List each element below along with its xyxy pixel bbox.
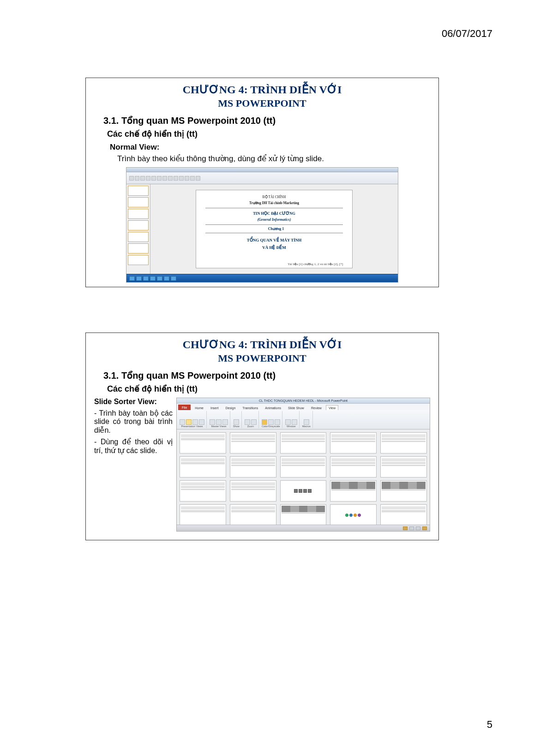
ruler-checkbox[interactable]: [234, 419, 239, 425]
sorter-thumb[interactable]: [280, 456, 327, 478]
taskbar-item[interactable]: [171, 276, 176, 281]
group-label: Window: [287, 425, 296, 428]
taskbar-item[interactable]: [143, 276, 149, 281]
slide1-title-line2: MS POWERPOINT: [86, 97, 438, 109]
color-button[interactable]: [262, 419, 267, 425]
inner-big2: VÀ HỆ ĐẾM: [262, 245, 286, 250]
windows-taskbar[interactable]: [126, 274, 398, 282]
thumbnail[interactable]: [128, 209, 149, 219]
sorter-thumb[interactable]: [280, 432, 327, 454]
tab-home[interactable]: Home: [192, 405, 206, 410]
tab-file[interactable]: File: [178, 405, 191, 410]
ribbon-tabs[interactable]: File Home Insert Design Transitions Anim…: [177, 404, 430, 410]
group-label: Color/Grayscale: [262, 425, 280, 428]
ribbon-button[interactable]: [190, 176, 195, 181]
notes-page-button[interactable]: [192, 419, 198, 425]
group-label: Macros: [302, 425, 311, 428]
shot1-titlebar: [126, 168, 398, 172]
macros-button[interactable]: [304, 419, 309, 425]
slide-sorter-grid[interactable]: [177, 429, 430, 525]
taskbar-item[interactable]: [164, 276, 169, 281]
sorter-thumb[interactable]: [230, 456, 276, 478]
bw-button[interactable]: [275, 419, 280, 425]
fit-to-window-button[interactable]: [251, 419, 257, 425]
view-normal-icon[interactable]: [403, 526, 408, 530]
ribbon-button[interactable]: [168, 176, 173, 181]
ribbon-button[interactable]: [179, 176, 184, 181]
new-window-button[interactable]: [285, 419, 291, 425]
ribbon-button[interactable]: [196, 176, 200, 181]
view-slideshow-icon[interactable]: [422, 526, 427, 530]
sorter-thumb[interactable]: [380, 432, 427, 454]
sorter-thumb[interactable]: [380, 480, 427, 502]
notes-master-button[interactable]: [222, 419, 228, 425]
inner-line3: TIN HỌC ĐẠI CƯƠNG: [205, 210, 343, 217]
view-sorter-icon[interactable]: [409, 526, 414, 530]
sorter-thumb[interactable]: [330, 456, 377, 478]
thumbnail[interactable]: [128, 243, 149, 254]
ribbon-button[interactable]: [135, 176, 139, 181]
zoom-button[interactable]: [245, 419, 250, 425]
taskbar-item[interactable]: [150, 276, 156, 281]
tab-review[interactable]: Review: [308, 405, 324, 410]
ribbon-button[interactable]: [129, 176, 134, 181]
thumbnail[interactable]: [128, 255, 149, 265]
handout-master-button[interactable]: [216, 419, 222, 425]
thumbnail[interactable]: [128, 232, 149, 242]
taskbar-item[interactable]: [129, 276, 135, 281]
taskbar-item[interactable]: [157, 276, 162, 281]
ribbon-button[interactable]: [151, 176, 156, 181]
normal-view-button[interactable]: [180, 419, 185, 425]
page-date: 06/07/2017: [442, 28, 492, 40]
ribbon-button[interactable]: [162, 176, 167, 181]
normal-view-label: Normal View: [110, 143, 157, 151]
reading-view-button[interactable]: [199, 419, 204, 425]
ribbon-button[interactable]: [185, 176, 189, 181]
inner-line2: Trường DH Tài chính-Marketing: [205, 200, 343, 206]
tab-view[interactable]: View: [326, 405, 338, 410]
sorter-thumb[interactable]: [230, 432, 276, 454]
current-slide: BỘ TÀI CHÍNH Trường DH Tài chính-Marketi…: [196, 190, 353, 268]
powerpoint-slide-sorter-screenshot: CL THDC TONGQUAN HEDEM HEDL - Microsoft …: [176, 398, 430, 532]
slide-1: CHƯƠNG 4: TRÌNH DIỄN VỚI MS POWERPOINT 3…: [85, 78, 439, 287]
tab-animations[interactable]: Animations: [262, 405, 284, 410]
switch-windows-button[interactable]: [292, 419, 297, 425]
ribbon-button[interactable]: [140, 176, 145, 181]
slide1-subsection: Các chế độ hiển thị (tt): [107, 129, 438, 139]
view-reading-icon[interactable]: [416, 526, 420, 530]
tab-slideshow[interactable]: Slide Show: [285, 405, 307, 410]
page-number: 5: [487, 719, 492, 731]
ribbon-button[interactable]: [157, 176, 162, 181]
sorter-thumb[interactable]: [330, 504, 377, 525]
ribbon-button[interactable]: [174, 176, 178, 181]
slide-master-button[interactable]: [210, 419, 215, 425]
sorter-thumb[interactable]: [280, 504, 327, 525]
sorter-thumb[interactable]: [330, 432, 377, 454]
slide2-section: 3.1. Tổng quan MS Powerpoint 2010 (tt): [103, 370, 438, 381]
thumbnail[interactable]: [128, 220, 149, 230]
sorter-thumb[interactable]: [230, 504, 276, 525]
sorter-thumb[interactable]: [330, 480, 377, 502]
sorter-thumb[interactable]: [230, 480, 276, 502]
tab-design[interactable]: Design: [222, 405, 238, 410]
sorter-thumb[interactable]: [180, 456, 226, 478]
grayscale-button[interactable]: [268, 419, 274, 425]
tab-transitions[interactable]: Transitions: [240, 405, 261, 410]
sorter-thumb[interactable]: [180, 504, 226, 525]
taskbar-item[interactable]: [136, 276, 142, 281]
ribbon-button[interactable]: [146, 176, 150, 181]
slide-sorter-button[interactable]: [186, 419, 192, 425]
sorter-thumb[interactable]: [180, 432, 226, 454]
thumbnail[interactable]: [128, 186, 149, 196]
thumbnail[interactable]: [128, 197, 149, 207]
sorter-thumb[interactable]: [280, 480, 327, 502]
slide-thumbnails-pane[interactable]: [126, 184, 150, 274]
tab-insert[interactable]: Insert: [208, 405, 222, 410]
sorter-thumb[interactable]: [380, 504, 427, 525]
shot1-ribbon: [126, 172, 398, 184]
sorter-thumb[interactable]: [180, 480, 226, 502]
inner-line1: BỘ TÀI CHÍNH: [205, 194, 343, 200]
sorter-thumb[interactable]: [380, 456, 427, 478]
status-bar: [177, 525, 430, 531]
slide-canvas[interactable]: BỘ TÀI CHÍNH Trường DH Tài chính-Marketi…: [150, 184, 398, 274]
